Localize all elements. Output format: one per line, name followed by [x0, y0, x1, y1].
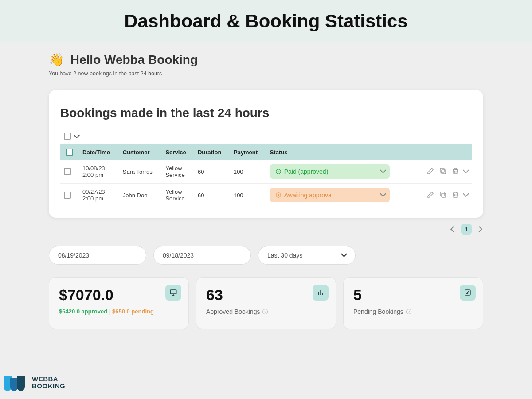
- greeting-text: Hello Webba Booking: [70, 53, 198, 66]
- cell-service: YellowService: [162, 184, 194, 207]
- chevron-down-icon[interactable]: [74, 133, 79, 140]
- cell-payment: 100: [230, 184, 266, 207]
- bookings-card: Bookings made in the last 24 hours Date/…: [49, 90, 483, 218]
- presentation-icon: [165, 285, 181, 301]
- approved-stat: 63 Approved Bookings ?: [196, 277, 336, 329]
- date-from-input[interactable]: 08/19/2023: [49, 246, 146, 265]
- cell-datetime: 10/08/232:00 pm: [79, 160, 119, 184]
- cell-datetime: 09/27/232:00 pm: [79, 184, 119, 207]
- svg-point-0: [276, 169, 281, 174]
- status-label: Paid (approved): [284, 168, 329, 175]
- svg-rect-4: [442, 193, 446, 197]
- range-select-label: Last 30 days: [267, 252, 302, 259]
- next-page-button[interactable]: [477, 225, 481, 233]
- revenue-stat: $7070.0 $6420.0 approved | $650.0 pendin…: [49, 277, 189, 329]
- svg-rect-6: [170, 290, 176, 294]
- edit-icon[interactable]: [426, 191, 434, 200]
- trash-icon[interactable]: [451, 191, 459, 200]
- expand-row-icon[interactable]: [464, 192, 468, 199]
- svg-rect-1: [442, 170, 446, 174]
- copy-icon[interactable]: [439, 167, 447, 176]
- revenue-value: $7070.0: [59, 286, 179, 304]
- greeting-title: 👋 Hello Webba Booking: [49, 52, 483, 67]
- bulk-select-checkbox[interactable]: [64, 133, 71, 140]
- cell-customer: Sara Torres: [119, 160, 162, 184]
- trash-icon[interactable]: [451, 167, 459, 176]
- col-payment: Payment: [230, 144, 266, 160]
- copy-icon[interactable]: [439, 191, 447, 200]
- prev-page-button[interactable]: [451, 225, 456, 233]
- pending-stat: 5 Pending Bookings ?: [343, 277, 483, 329]
- page-title: Dashboard & Booking Statistics: [0, 11, 532, 32]
- pending-value: 5: [353, 286, 473, 304]
- row-checkbox[interactable]: [64, 168, 71, 175]
- status-select[interactable]: Paid (approved): [270, 164, 390, 179]
- table-row: 09/27/232:00 pmJohn DoeYellowService6010…: [60, 184, 472, 207]
- help-icon[interactable]: ?: [406, 309, 411, 314]
- approved-value: 63: [206, 286, 326, 304]
- col-customer: Customer: [119, 144, 162, 160]
- row-checkbox[interactable]: [64, 192, 71, 199]
- cell-duration: 60: [194, 160, 230, 184]
- date-to-input[interactable]: 09/18/2023: [153, 246, 251, 265]
- cell-customer: John Doe: [119, 184, 162, 207]
- date-filters: 08/19/2023 09/18/2023 Last 30 days: [49, 246, 483, 265]
- brand-logo: WEBBA BOOKING: [4, 374, 65, 391]
- pagination: 1: [51, 224, 481, 235]
- cell-duration: 60: [194, 184, 230, 207]
- chevron-down-icon: [381, 168, 385, 175]
- hero-banner: Dashboard & Booking Statistics: [0, 0, 532, 42]
- bar-chart-icon: [313, 285, 329, 301]
- col-datetime: Date/Time: [79, 144, 119, 160]
- page-number[interactable]: 1: [461, 224, 472, 235]
- pending-label: Pending Bookings ?: [353, 308, 473, 315]
- wave-icon: 👋: [49, 53, 64, 66]
- greeting-subtitle: You have 2 new bookings in the past 24 h…: [49, 70, 483, 77]
- status-select[interactable]: Awaiting approval: [270, 188, 390, 202]
- greeting-block: 👋 Hello Webba Booking You have 2 new boo…: [49, 52, 483, 77]
- range-select[interactable]: Last 30 days: [258, 246, 356, 265]
- bookings-card-title: Bookings made in the last 24 hours: [60, 106, 472, 120]
- svg-rect-2: [440, 168, 444, 172]
- cell-payment: 100: [230, 160, 266, 184]
- logo-mark-icon: [4, 374, 28, 391]
- help-icon[interactable]: ?: [262, 309, 268, 314]
- col-service: Service: [162, 144, 194, 160]
- bookings-table: Date/Time Customer Service Duration Paym…: [60, 144, 472, 207]
- edit-icon[interactable]: [426, 167, 434, 176]
- chevron-down-icon: [381, 192, 385, 199]
- select-all-checkbox[interactable]: [66, 149, 73, 156]
- approved-label: Approved Bookings ?: [206, 308, 326, 315]
- revenue-breakdown: $6420.0 approved | $650.0 pending: [59, 308, 179, 315]
- edit-note-icon: [460, 285, 476, 301]
- logo-text: WEBBA BOOKING: [32, 376, 65, 390]
- col-status: Status: [266, 144, 414, 160]
- expand-row-icon[interactable]: [464, 168, 468, 175]
- svg-rect-5: [440, 192, 444, 196]
- status-label: Awaiting approval: [284, 192, 333, 199]
- stats-row: $7070.0 $6420.0 approved | $650.0 pendin…: [49, 277, 483, 329]
- table-row: 10/08/232:00 pmSara TorresYellowService6…: [60, 160, 472, 184]
- col-duration: Duration: [194, 144, 230, 160]
- cell-service: YellowService: [162, 160, 194, 184]
- bulk-actions: [64, 133, 468, 140]
- chevron-down-icon: [342, 252, 346, 259]
